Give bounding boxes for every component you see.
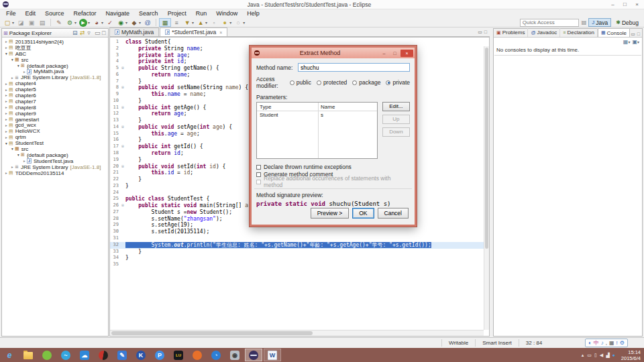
tree-expander-icon[interactable]: ▸ xyxy=(4,99,9,103)
keyboard-icon[interactable]: ▦ xyxy=(609,339,614,347)
language-icon[interactable]: ◐ xyxy=(588,339,592,347)
tree-item-chapter9[interactable]: ▸▤chapter9 xyxy=(2,111,108,117)
menu-window[interactable]: Window xyxy=(211,9,242,18)
minimize-icon[interactable]: ▭ xyxy=(93,29,99,38)
tree-item--default-package-[interactable]: ▾⊞(default package) xyxy=(2,152,108,158)
back-icon[interactable]: ●▾ xyxy=(219,18,233,27)
ok-button[interactable]: OK xyxy=(352,208,374,219)
tray-sogou-icon[interactable]: ● xyxy=(612,353,615,357)
tree-expander-icon[interactable]: ▸ xyxy=(10,165,15,169)
console-tab-problems[interactable]: ▣Problems xyxy=(494,28,528,37)
menu-edit[interactable]: Edit xyxy=(21,9,41,18)
tree-expander-icon[interactable]: ▸ xyxy=(4,82,9,86)
method-name-input[interactable] xyxy=(298,63,410,72)
voice-icon[interactable]: ♪ xyxy=(601,339,604,347)
tree-expander-icon[interactable]: ▸ xyxy=(4,88,9,92)
tree-item-jre-system-library[interactable]: ▸≣JRE System Library[JavaSE-1.8] xyxy=(2,74,108,80)
parameters-table[interactable]: TypeNameStudents xyxy=(256,102,378,159)
fold-marker-icon[interactable]: ⊟ xyxy=(120,202,125,209)
checkbox-icon[interactable] xyxy=(256,172,261,177)
tree-item-abc[interactable]: ▾▤ABC xyxy=(2,51,108,57)
taskbar-pptv-button[interactable]: P xyxy=(151,349,168,361)
tree-expander-icon[interactable]: ▸ xyxy=(4,135,9,139)
tree-expander-icon[interactable]: ▸ xyxy=(4,111,9,115)
type-hierarchy-icon[interactable]: ≡ xyxy=(171,18,182,27)
menu-navigate[interactable]: Navigate xyxy=(101,9,135,18)
radio-package[interactable]: package xyxy=(352,79,380,86)
code-line[interactable]: 31 xyxy=(110,235,484,242)
fold-marker-icon[interactable]: ⊟ xyxy=(120,143,125,150)
taskbar-cloud-button[interactable]: ☁ xyxy=(76,349,93,361)
code-line[interactable]: 1class Student{ xyxy=(110,39,484,46)
radio-private[interactable]: private xyxy=(386,79,410,86)
editor-tab-mymath-java[interactable]: JMyMath.java xyxy=(109,27,159,36)
run-icon[interactable]: ▶▾ xyxy=(78,18,91,27)
save-icon[interactable]: ◪ xyxy=(15,18,26,27)
tree-item-chapter4[interactable]: ▸▤chapter4 xyxy=(2,80,108,86)
settings-icon[interactable]: ⚙ xyxy=(620,339,625,347)
tray-touch-icon[interactable]: ▭ xyxy=(587,353,592,358)
tree-expander-icon[interactable]: ▸ xyxy=(4,40,9,44)
taskbar-media-button[interactable] xyxy=(95,349,112,361)
code-line[interactable]: 32 System.out.println("学生信息: 姓名: "+s.get… xyxy=(110,242,484,249)
tree-expander-icon[interactable]: ▸ xyxy=(22,70,27,74)
taskbar-word-button[interactable]: W xyxy=(264,349,281,361)
tree-item-hellowcx[interactable]: ▸▤HelloWCX xyxy=(2,128,108,134)
tray-network-icon[interactable]: ▟ xyxy=(606,353,609,358)
radio-protected[interactable]: protected xyxy=(317,79,347,86)
tree-item-src[interactable]: ▾▦src xyxy=(2,57,108,63)
console-tab-javadoc[interactable]: @Javadoc xyxy=(528,28,560,37)
tree-item-qrtm[interactable]: ▸▤qrtm xyxy=(2,134,108,140)
tree-item-src[interactable]: ▾▦src xyxy=(2,146,108,152)
tree-item-gcd-wcx[interactable]: ▸▤gcd_wcx xyxy=(2,122,108,128)
taskbar-camera-button[interactable]: ◉ xyxy=(226,349,244,361)
javadoc-icon[interactable]: @ xyxy=(142,18,153,27)
maximize-button[interactable]: □ xyxy=(619,1,631,9)
taskbar-firefox-button[interactable] xyxy=(189,349,206,361)
tree-item-chapter7[interactable]: ▸▤chapter7 xyxy=(2,99,108,105)
tree-item--[interactable]: ▸▤吃豆豆 xyxy=(2,45,108,51)
edit-button[interactable]: Edit... xyxy=(382,102,410,111)
tree-expander-icon[interactable]: ▸ xyxy=(4,105,9,109)
tree-item-chapter8[interactable]: ▸▤chapter8 xyxy=(2,105,108,111)
perspective-java[interactable]: JJava xyxy=(588,18,611,27)
junit-icon[interactable]: ✓ xyxy=(105,18,115,27)
tree-expander-icon[interactable]: ▸ xyxy=(4,129,9,133)
pin-console-icon[interactable]: ▣▾ xyxy=(632,38,639,45)
tree-expander-icon[interactable]: ▾ xyxy=(4,52,9,56)
code-line[interactable]: 33 } xyxy=(110,249,484,255)
taskbar-explorer-button[interactable] xyxy=(19,349,37,361)
maximize-icon[interactable]: □ xyxy=(101,29,107,38)
console-tab-console[interactable]: ▦Console xyxy=(598,28,630,37)
minimize-icon[interactable]: ▭ xyxy=(478,29,482,35)
code-line[interactable]: 35 xyxy=(110,261,484,268)
tree-item--default-package-[interactable]: ▾⊞(default package) xyxy=(2,63,108,69)
horizontal-scrollbar[interactable] xyxy=(110,330,484,336)
tree-expander-icon[interactable]: ▸ xyxy=(4,117,9,121)
cancel-button[interactable]: Cancel xyxy=(378,208,409,219)
menu-help[interactable]: Help xyxy=(242,9,264,18)
dialog-close-button[interactable]: × xyxy=(400,50,413,57)
maximize-icon[interactable]: □ xyxy=(637,32,640,37)
tree-expander-icon[interactable]: ▸ xyxy=(4,93,9,97)
tray-volume-icon[interactable]: ◀ xyxy=(600,353,603,358)
fold-marker-icon[interactable]: ⊟ xyxy=(120,105,125,111)
mark-occurrences-icon[interactable]: ▦ xyxy=(159,18,171,27)
print-icon[interactable]: ▤ xyxy=(37,18,48,27)
tree-expander-icon[interactable]: ▾ xyxy=(10,147,15,151)
vertical-scrollbar[interactable] xyxy=(484,46,489,330)
tree-item-tdddemo20135114[interactable]: ▸▤TDDDemo20135114 xyxy=(2,170,108,176)
checkbox-declare[interactable]: Declare thrown runtime exceptions xyxy=(256,164,410,170)
fold-marker-icon[interactable]: ⊟ xyxy=(120,164,125,170)
save-all-icon[interactable]: ▣ xyxy=(26,18,37,27)
table-row[interactable]: Students xyxy=(257,111,377,119)
forward-icon[interactable]: ○▾ xyxy=(233,18,246,27)
tree-expander-icon[interactable]: ▸ xyxy=(22,159,27,163)
tree-expander-icon[interactable]: ▾ xyxy=(10,58,15,62)
tree-item-chapter6[interactable]: ▸▤chapter6 xyxy=(2,93,108,99)
tree-item-studenttest-java[interactable]: ▸JStudentTest.java xyxy=(2,158,108,164)
view-menu-icon[interactable]: ▿ xyxy=(86,29,92,38)
tree-item-chapter5[interactable]: ▸▤chapter5 xyxy=(2,86,108,93)
tree-expander-icon[interactable]: ▸ xyxy=(4,123,9,127)
close-button[interactable]: × xyxy=(631,1,643,9)
